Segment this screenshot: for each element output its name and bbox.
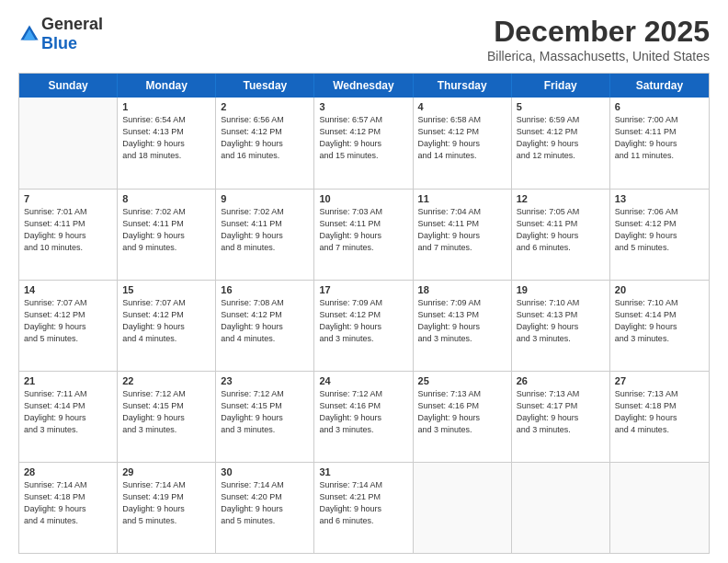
day-number: 10 xyxy=(319,193,407,204)
day-number: 11 xyxy=(418,193,506,204)
calendar-day-cell: 8Sunrise: 7:02 AM Sunset: 4:11 PM Daylig… xyxy=(118,190,216,280)
day-info: Sunrise: 7:13 AM Sunset: 4:17 PM Dayligh… xyxy=(517,388,605,436)
day-number: 16 xyxy=(221,284,309,295)
calendar-day-cell: 18Sunrise: 7:09 AM Sunset: 4:13 PM Dayli… xyxy=(414,281,512,371)
calendar-day-cell: 20Sunrise: 7:10 AM Sunset: 4:14 PM Dayli… xyxy=(610,281,709,371)
day-info: Sunrise: 7:03 AM Sunset: 4:11 PM Dayligh… xyxy=(319,206,407,254)
day-info: Sunrise: 7:08 AM Sunset: 4:12 PM Dayligh… xyxy=(221,297,309,345)
day-number: 12 xyxy=(517,193,605,204)
day-info: Sunrise: 7:00 AM Sunset: 4:11 PM Dayligh… xyxy=(615,114,704,162)
day-info: Sunrise: 7:07 AM Sunset: 4:12 PM Dayligh… xyxy=(24,297,112,345)
day-number: 19 xyxy=(517,284,605,295)
location: Billerica, Massachusetts, United States xyxy=(487,49,710,63)
calendar-day-cell xyxy=(19,98,118,189)
calendar-day-cell: 4Sunrise: 6:58 AM Sunset: 4:12 PM Daylig… xyxy=(414,98,512,189)
day-number: 23 xyxy=(221,375,309,386)
calendar-week: 7Sunrise: 7:01 AM Sunset: 4:11 PM Daylig… xyxy=(19,189,709,280)
calendar-day-cell: 26Sunrise: 7:13 AM Sunset: 4:17 PM Dayli… xyxy=(512,372,610,462)
day-info: Sunrise: 7:12 AM Sunset: 4:16 PM Dayligh… xyxy=(319,388,407,436)
day-number: 14 xyxy=(24,284,112,295)
weekday-header: Wednesday xyxy=(314,74,413,98)
calendar-day-cell xyxy=(610,463,709,553)
day-number: 29 xyxy=(122,466,210,477)
day-info: Sunrise: 7:14 AM Sunset: 4:20 PM Dayligh… xyxy=(221,479,309,527)
day-info: Sunrise: 7:13 AM Sunset: 4:16 PM Dayligh… xyxy=(418,388,506,436)
calendar-day-cell: 28Sunrise: 7:14 AM Sunset: 4:18 PM Dayli… xyxy=(19,463,118,553)
calendar: SundayMondayTuesdayWednesdayThursdayFrid… xyxy=(18,73,710,554)
weekday-header: Monday xyxy=(118,74,216,98)
day-info: Sunrise: 7:12 AM Sunset: 4:15 PM Dayligh… xyxy=(221,388,309,436)
calendar-day-cell: 30Sunrise: 7:14 AM Sunset: 4:20 PM Dayli… xyxy=(216,463,314,553)
calendar-week: 14Sunrise: 7:07 AM Sunset: 4:12 PM Dayli… xyxy=(19,280,709,371)
day-info: Sunrise: 7:14 AM Sunset: 4:18 PM Dayligh… xyxy=(24,479,112,527)
calendar-day-cell: 14Sunrise: 7:07 AM Sunset: 4:12 PM Dayli… xyxy=(19,281,118,371)
calendar-day-cell: 24Sunrise: 7:12 AM Sunset: 4:16 PM Dayli… xyxy=(314,372,413,462)
day-number: 5 xyxy=(517,101,605,112)
day-info: Sunrise: 7:07 AM Sunset: 4:12 PM Dayligh… xyxy=(122,297,210,345)
calendar-day-cell: 29Sunrise: 7:14 AM Sunset: 4:19 PM Dayli… xyxy=(118,463,216,553)
page: General Blue December 2025 Billerica, Ma… xyxy=(0,0,728,563)
day-number: 2 xyxy=(221,101,309,112)
day-info: Sunrise: 7:14 AM Sunset: 4:21 PM Dayligh… xyxy=(319,479,407,527)
calendar-day-cell xyxy=(414,463,512,553)
calendar-day-cell xyxy=(512,463,610,553)
day-number: 25 xyxy=(418,375,506,386)
logo-blue: Blue xyxy=(41,34,77,52)
day-number: 30 xyxy=(221,466,309,477)
day-info: Sunrise: 7:10 AM Sunset: 4:13 PM Dayligh… xyxy=(517,297,605,345)
calendar-day-cell: 3Sunrise: 6:57 AM Sunset: 4:12 PM Daylig… xyxy=(314,98,413,189)
calendar-day-cell: 17Sunrise: 7:09 AM Sunset: 4:12 PM Dayli… xyxy=(314,281,413,371)
calendar-day-cell: 5Sunrise: 6:59 AM Sunset: 4:12 PM Daylig… xyxy=(512,98,610,189)
calendar-day-cell: 6Sunrise: 7:00 AM Sunset: 4:11 PM Daylig… xyxy=(610,98,709,189)
weekday-header: Friday xyxy=(512,74,610,98)
calendar-day-cell: 1Sunrise: 6:54 AM Sunset: 4:13 PM Daylig… xyxy=(118,98,216,189)
day-info: Sunrise: 7:06 AM Sunset: 4:12 PM Dayligh… xyxy=(615,206,704,254)
day-number: 24 xyxy=(319,375,407,386)
day-info: Sunrise: 7:12 AM Sunset: 4:15 PM Dayligh… xyxy=(122,388,210,436)
day-number: 31 xyxy=(319,466,407,477)
day-info: Sunrise: 7:11 AM Sunset: 4:14 PM Dayligh… xyxy=(24,388,112,436)
weekday-header: Thursday xyxy=(414,74,512,98)
day-info: Sunrise: 7:02 AM Sunset: 4:11 PM Dayligh… xyxy=(122,206,210,254)
calendar-day-cell: 21Sunrise: 7:11 AM Sunset: 4:14 PM Dayli… xyxy=(19,372,118,462)
calendar-day-cell: 7Sunrise: 7:01 AM Sunset: 4:11 PM Daylig… xyxy=(19,190,118,280)
month-title: December 2025 xyxy=(487,15,710,49)
calendar-week: 28Sunrise: 7:14 AM Sunset: 4:18 PM Dayli… xyxy=(19,462,709,553)
day-number: 26 xyxy=(517,375,605,386)
day-info: Sunrise: 7:13 AM Sunset: 4:18 PM Dayligh… xyxy=(615,388,704,436)
calendar-day-cell: 31Sunrise: 7:14 AM Sunset: 4:21 PM Dayli… xyxy=(314,463,413,553)
calendar-day-cell: 12Sunrise: 7:05 AM Sunset: 4:11 PM Dayli… xyxy=(512,190,610,280)
calendar-week: 21Sunrise: 7:11 AM Sunset: 4:14 PM Dayli… xyxy=(19,371,709,462)
day-number: 20 xyxy=(615,284,704,295)
day-number: 17 xyxy=(319,284,407,295)
day-info: Sunrise: 7:04 AM Sunset: 4:11 PM Dayligh… xyxy=(418,206,506,254)
day-number: 9 xyxy=(221,193,309,204)
calendar-day-cell: 23Sunrise: 7:12 AM Sunset: 4:15 PM Dayli… xyxy=(216,372,314,462)
calendar-day-cell: 27Sunrise: 7:13 AM Sunset: 4:18 PM Dayli… xyxy=(610,372,709,462)
day-info: Sunrise: 7:14 AM Sunset: 4:19 PM Dayligh… xyxy=(122,479,210,527)
calendar-day-cell: 10Sunrise: 7:03 AM Sunset: 4:11 PM Dayli… xyxy=(314,190,413,280)
logo-general: General xyxy=(41,15,103,33)
calendar-day-cell: 15Sunrise: 7:07 AM Sunset: 4:12 PM Dayli… xyxy=(118,281,216,371)
calendar-day-cell: 22Sunrise: 7:12 AM Sunset: 4:15 PM Dayli… xyxy=(118,372,216,462)
day-number: 7 xyxy=(24,193,112,204)
calendar-body: 1Sunrise: 6:54 AM Sunset: 4:13 PM Daylig… xyxy=(19,98,709,553)
day-info: Sunrise: 7:01 AM Sunset: 4:11 PM Dayligh… xyxy=(24,206,112,254)
day-info: Sunrise: 6:54 AM Sunset: 4:13 PM Dayligh… xyxy=(122,114,210,162)
calendar-header: SundayMondayTuesdayWednesdayThursdayFrid… xyxy=(19,74,709,98)
day-info: Sunrise: 7:09 AM Sunset: 4:13 PM Dayligh… xyxy=(418,297,506,345)
header: General Blue December 2025 Billerica, Ma… xyxy=(18,15,710,63)
day-info: Sunrise: 6:59 AM Sunset: 4:12 PM Dayligh… xyxy=(517,114,605,162)
calendar-day-cell: 19Sunrise: 7:10 AM Sunset: 4:13 PM Dayli… xyxy=(512,281,610,371)
weekday-header: Tuesday xyxy=(216,74,314,98)
day-number: 15 xyxy=(122,284,210,295)
day-info: Sunrise: 6:57 AM Sunset: 4:12 PM Dayligh… xyxy=(319,114,407,162)
calendar-week: 1Sunrise: 6:54 AM Sunset: 4:13 PM Daylig… xyxy=(19,98,709,189)
calendar-day-cell: 11Sunrise: 7:04 AM Sunset: 4:11 PM Dayli… xyxy=(414,190,512,280)
day-info: Sunrise: 7:02 AM Sunset: 4:11 PM Dayligh… xyxy=(221,206,309,254)
day-info: Sunrise: 7:09 AM Sunset: 4:12 PM Dayligh… xyxy=(319,297,407,345)
day-number: 22 xyxy=(122,375,210,386)
calendar-day-cell: 13Sunrise: 7:06 AM Sunset: 4:12 PM Dayli… xyxy=(610,190,709,280)
weekday-header: Sunday xyxy=(19,74,118,98)
calendar-day-cell: 9Sunrise: 7:02 AM Sunset: 4:11 PM Daylig… xyxy=(216,190,314,280)
